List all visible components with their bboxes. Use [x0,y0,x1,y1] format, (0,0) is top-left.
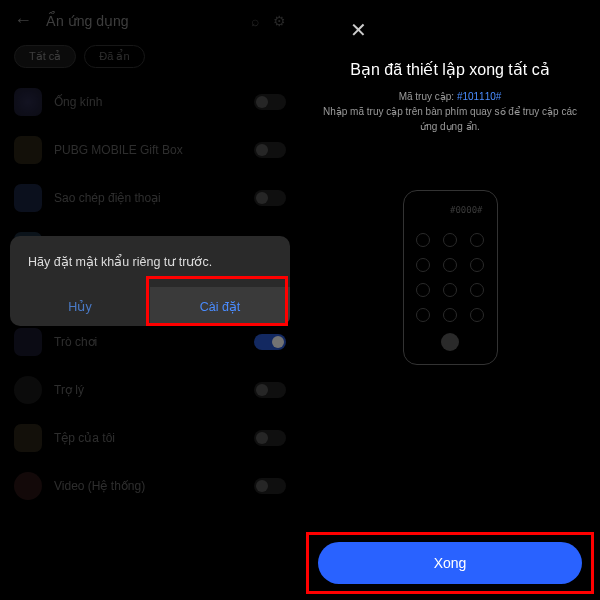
app-hide-screen: ← Ẩn ứng dụng ⌕ ⚙ Tất cả Đã ẩn Ống kínhP… [0,0,300,600]
access-code: #101110# [457,91,502,102]
setup-complete-screen: ✕ Bạn đã thiết lập xong tất cả Mã truy c… [300,0,600,600]
phone-display: #0000# [414,205,487,215]
setup-subtitle: Mã truy cập: #101110# Nhập mã truy cập t… [300,89,600,134]
phone-illustration: #0000# [403,190,498,365]
close-icon[interactable]: ✕ [350,18,367,42]
cancel-button[interactable]: Hủy [10,287,150,326]
dialog-message: Hãy đặt mật khẩu riêng tư trước. [10,252,290,287]
keypad-illustration [414,233,487,351]
setup-title: Bạn đã thiết lập xong tất cả [300,60,600,79]
password-dialog: Hãy đặt mật khẩu riêng tư trước. Hủy Cài… [10,236,290,326]
done-button[interactable]: Xong [318,542,582,584]
settings-button[interactable]: Cài đặt [150,287,290,326]
